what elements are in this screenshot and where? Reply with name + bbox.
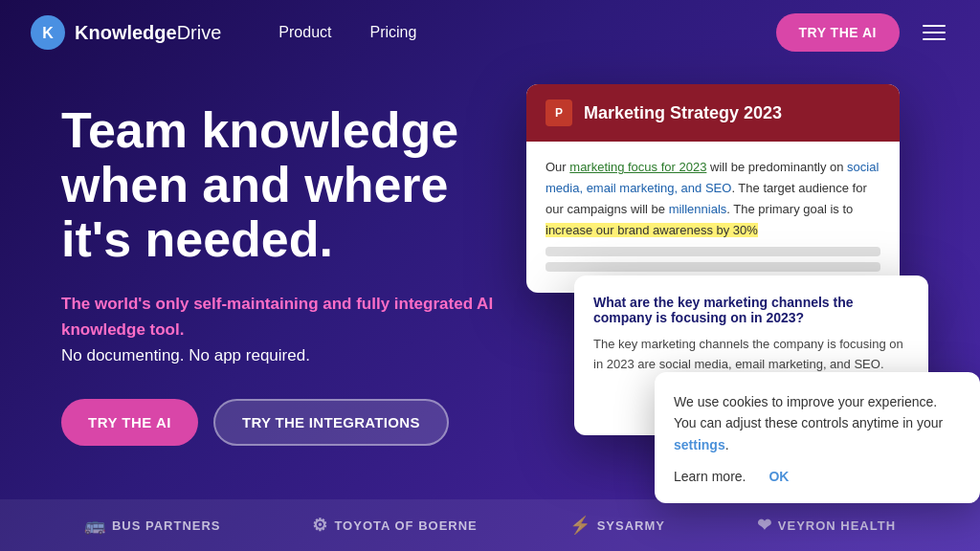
logos-strip: 🚌 BUS PARTNERS ⚙ TOYOTA of BOERNE ⚡ SysA…	[0, 499, 980, 551]
sysarmy-symbol: ⚡	[569, 515, 591, 536]
hero-cta-primary[interactable]: TRY THE AI	[61, 399, 198, 446]
veyron-label: Veyron Health	[778, 518, 896, 533]
strategy-card-title: Marketing Strategy 2023	[584, 103, 782, 123]
hl-audience: millennials	[669, 202, 727, 216]
hero-left: Team knowledge when and where it's neede…	[61, 84, 517, 486]
cookie-actions: Learn more. OK	[674, 469, 961, 484]
toyota-label: TOYOTA of BOERNE	[334, 518, 477, 533]
svg-text:K: K	[42, 25, 54, 41]
sysarmy-label: SysArmy	[597, 518, 665, 533]
line-gray-2	[546, 262, 880, 272]
hero-buttons: TRY THE AI TRY THE INTEGRATIONS	[61, 399, 517, 446]
line-gray-1	[546, 247, 880, 256]
cookie-banner: We use cookies to improve your experienc…	[655, 372, 980, 503]
cookie-learn-more[interactable]: Learn more.	[674, 469, 746, 484]
logo-text: KnowledgeDrive	[75, 22, 221, 44]
hero-subtext: The world's only self-maintaining and fu…	[61, 291, 517, 369]
hamburger-line-1	[923, 25, 946, 27]
qa-answer: The key marketing channels the company i…	[593, 335, 909, 375]
logo-veyron: ❤ Veyron Health	[757, 515, 896, 536]
logo-toyota: ⚙ TOYOTA of BOERNE	[312, 515, 477, 536]
strategy-card-body: Our marketing focus for 2023 will be pre…	[526, 142, 900, 293]
navigation: K KnowledgeDrive Product Pricing TRY THE…	[0, 0, 980, 65]
cookie-text: We use cookies to improve your experienc…	[674, 391, 961, 455]
ppt-icon: P	[546, 99, 572, 126]
nav-links: Product Pricing	[278, 24, 775, 41]
hero-sub-line1: The world's only self-maintaining and fu…	[61, 295, 493, 339]
strategy-card: P Marketing Strategy 2023 Our marketing …	[526, 84, 900, 293]
hero-cta-secondary[interactable]: TRY THE INTEGRATIONS	[213, 399, 449, 446]
hl-goal: increase our brand awareness by 30%	[546, 223, 758, 237]
nav-pricing[interactable]: Pricing	[369, 24, 416, 41]
logo-icon: K	[31, 15, 65, 50]
logo-sysarmy: ⚡ SysArmy	[569, 515, 665, 536]
hamburger-line-2	[923, 32, 946, 33]
hero-heading: Team knowledge when and where it's neede…	[61, 103, 517, 268]
cookie-ok-button[interactable]: OK	[768, 469, 789, 484]
hamburger-menu[interactable]	[919, 21, 949, 44]
toyota-symbol: ⚙	[312, 515, 328, 536]
nav-cta-button[interactable]: TRY THE AI	[776, 13, 901, 52]
hl-focus: marketing focus for 2023	[569, 160, 706, 174]
strategy-card-header: P Marketing Strategy 2023	[526, 84, 900, 142]
veyron-symbol: ❤	[757, 515, 772, 536]
bus-symbol: 🚌	[84, 515, 106, 536]
hamburger-line-3	[923, 38, 946, 40]
qa-question: What are the key marketing channels the …	[593, 295, 909, 325]
cookie-settings-link[interactable]: settings	[674, 437, 725, 452]
body-intro: Our	[546, 160, 569, 174]
nav-product[interactable]: Product	[278, 24, 331, 41]
logo[interactable]: K KnowledgeDrive	[31, 15, 221, 50]
bus-label: BUS PARTNERS	[112, 518, 221, 533]
logo-bus-partners: 🚌 BUS PARTNERS	[84, 515, 221, 536]
hero-sub-line2: No documenting. No app required.	[61, 346, 310, 364]
